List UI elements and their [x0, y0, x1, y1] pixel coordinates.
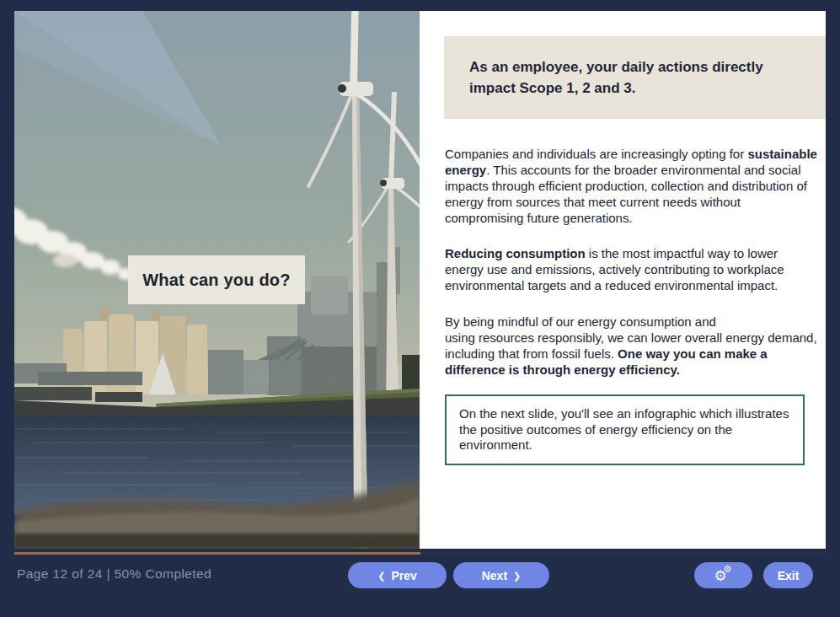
- exit-button[interactable]: Exit: [763, 562, 813, 588]
- slide: What can you do? As an employee, your da…: [14, 11, 826, 549]
- header-banner: As an employee, your daily actions direc…: [444, 36, 826, 119]
- progress-fill: [14, 552, 420, 555]
- paragraph: By being mindful of our energy consumpti…: [445, 314, 817, 378]
- page-status: Page 12 of 24 | 50% Completed: [17, 566, 211, 582]
- gears-icon: ⚙ ⚙: [714, 567, 733, 584]
- next-label: Next: [482, 569, 507, 582]
- photo-panel: What can you do?: [14, 11, 420, 549]
- image-caption: What can you do?: [142, 271, 290, 290]
- next-button[interactable]: Next ❯: [453, 562, 549, 588]
- progress-bar: [14, 552, 826, 555]
- body-copy: Companies and individuals are increasing…: [445, 147, 817, 465]
- settings-button[interactable]: ⚙ ⚙: [694, 562, 752, 588]
- exit-label: Exit: [778, 569, 800, 582]
- callout-box: On the next slide, you'll see an infogra…: [445, 394, 805, 466]
- paragraph: Companies and individuals are increasing…: [445, 147, 817, 226]
- chevron-left-icon: ❮: [377, 571, 385, 581]
- image-caption-box: What can you do?: [128, 255, 305, 304]
- header-text: As an employee, your daily actions direc…: [469, 56, 790, 99]
- callout-text: On the next slide, you'll see an infogra…: [459, 406, 790, 454]
- prev-label: Prev: [391, 569, 416, 582]
- chevron-right-icon: ❯: [513, 571, 521, 581]
- paragraph: Reducing consumption is the most impactf…: [445, 246, 817, 294]
- prev-button[interactable]: ❮ Prev: [348, 562, 447, 588]
- content-panel: As an employee, your daily actions direc…: [420, 11, 826, 549]
